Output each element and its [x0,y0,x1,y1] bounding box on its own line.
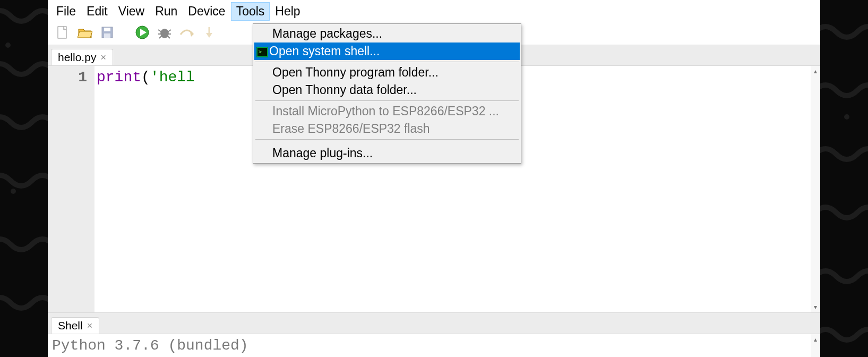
editor-tab[interactable]: hello.py × [51,49,113,65]
new-file-icon[interactable] [55,25,70,40]
svg-line-10 [158,30,161,32]
svg-line-11 [168,30,171,32]
shell-panel: Python 3.7.6 (bundled) ▴ [48,334,820,357]
svg-point-2 [844,114,849,120]
shell-scrollbar[interactable]: ▴ [811,334,820,357]
scroll-up-icon[interactable]: ▴ [814,336,817,343]
shell-tab-label: Shell [58,319,83,332]
background-decor-left [0,0,48,357]
background-decor-right [820,0,868,357]
menu-manage-packages[interactable]: Manage packages... [254,25,520,42]
svg-line-14 [159,36,161,38]
svg-point-1 [5,42,11,48]
menu-options[interactable]: Manage plug-ins... [254,144,520,162]
menu-install-micropython: Install MicroPython to ESP8266/ESP32 ... [254,103,520,120]
debug-icon[interactable] [157,25,172,40]
open-file-icon[interactable] [78,25,92,40]
line-gutter: 1 [48,66,94,312]
menu-edit[interactable]: Edit [81,2,113,21]
menu-tools[interactable]: Tools [231,2,270,21]
menu-separator [255,100,519,101]
scroll-down-icon[interactable]: ▾ [814,303,817,311]
close-shell-tab-icon[interactable]: × [87,320,93,332]
svg-text:>_: >_ [259,49,265,55]
menu-view[interactable]: View [113,2,150,21]
menubar: File Edit View Run Device Tools Help [48,0,820,22]
svg-line-15 [168,36,170,38]
app-window: File Edit View Run Device Tools Help [48,0,820,357]
shell-output-text[interactable]: Python 3.7.6 (bundled) [48,334,811,357]
shell-tabbar: Shell × [48,313,820,334]
save-file-icon[interactable] [100,25,115,40]
svg-point-0 [11,189,16,194]
run-icon[interactable] [135,25,150,40]
shell-tab[interactable]: Shell × [51,317,99,334]
menu-open-data-folder[interactable]: Open Thonny data folder... [254,81,520,99]
terminal-icon: >_ [256,46,268,57]
svg-rect-5 [104,28,110,31]
menu-help[interactable]: Help [270,2,305,21]
step-over-icon[interactable] [179,25,194,40]
menu-file[interactable]: File [51,2,81,21]
menu-device[interactable]: Device [183,2,230,21]
editor-scrollbar[interactable]: ▴ ▾ [811,66,820,312]
scroll-up-icon[interactable]: ▴ [814,67,817,75]
svg-rect-6 [104,33,110,38]
menu-separator [255,139,519,140]
menu-open-system-shell[interactable]: >_ Open system shell... [254,42,520,60]
tools-dropdown: Manage packages... >_ Open system shell.… [253,23,521,164]
menu-run[interactable]: Run [150,2,183,21]
svg-point-9 [160,29,169,38]
close-tab-icon[interactable]: × [100,52,106,63]
menu-erase-flash: Erase ESP8266/ESP32 flash [254,120,520,138]
menu-open-program-folder[interactable]: Open Thonny program folder... [254,64,520,81]
editor-tab-label: hello.py [58,51,96,64]
step-into-icon[interactable] [202,25,217,40]
line-number: 1 [48,69,87,86]
svg-marker-18 [206,33,212,38]
menu-separator [255,62,519,62]
